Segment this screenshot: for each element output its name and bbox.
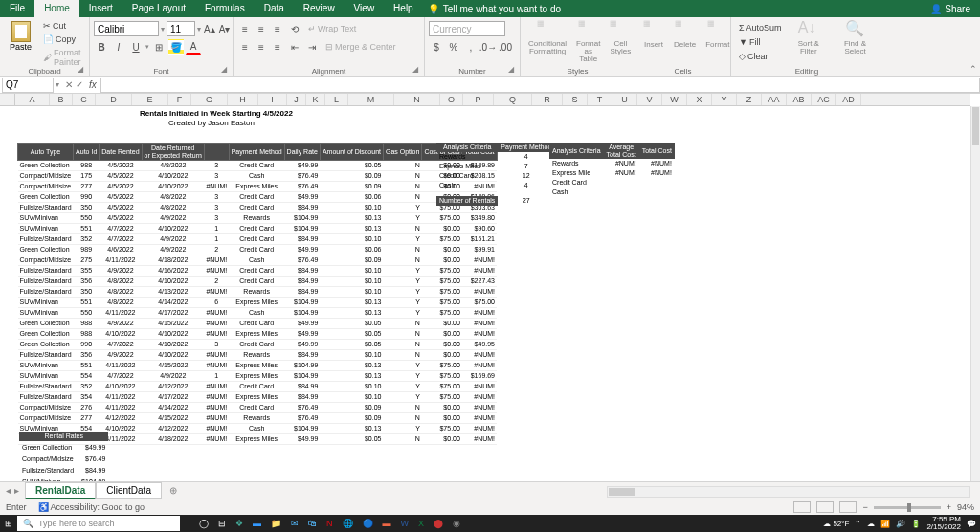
tab-data[interactable]: Data (255, 0, 294, 17)
zoom-slider[interactable] (874, 506, 941, 509)
edge-icon[interactable]: 🌐 (343, 519, 353, 528)
page-layout-view-button[interactable] (816, 501, 834, 513)
increase-indent-button[interactable]: ⇥ (304, 39, 320, 55)
enter-formula-button[interactable]: ✓ (76, 79, 83, 90)
decrease-font-button[interactable]: A▾ (218, 21, 232, 36)
volume-icon[interactable]: 🔊 (896, 520, 905, 528)
explorer-icon[interactable]: 📁 (271, 519, 281, 528)
align-top-button[interactable]: ≡ (237, 21, 253, 36)
align-middle-button[interactable]: ≡ (254, 21, 269, 36)
cortana-icon[interactable]: ⊟ (218, 519, 226, 528)
increase-font-button[interactable]: A▴ (203, 21, 216, 36)
formula-bar[interactable] (100, 78, 980, 93)
vertical-scrollbar[interactable] (970, 106, 980, 481)
horizontal-scrollbar[interactable] (607, 486, 970, 498)
clock[interactable]: 7:55 PM 2/15/2022 (926, 516, 961, 531)
find-select-button[interactable]: 🔍Find & Select (832, 19, 879, 65)
clear-button[interactable]: ◇Clear (735, 50, 786, 63)
worksheet[interactable]: ABCDEFGHIJKLMNOPQRSTUVWXYZAAABACAD Renta… (0, 94, 980, 481)
battery-icon[interactable]: 🔋 (911, 520, 921, 528)
normal-view-button[interactable] (793, 501, 811, 513)
tell-me[interactable]: 💡 Tell me what you want to do (428, 4, 561, 14)
format-cells-button[interactable]: ▦Format (702, 19, 733, 65)
sort-filter-button[interactable]: A↓Sort & Filter (788, 19, 830, 65)
autosum-button[interactable]: ΣAutoSum (735, 21, 786, 34)
select-all-corner[interactable] (0, 94, 15, 106)
hscroll-thumb[interactable] (609, 488, 635, 496)
word-icon[interactable]: W (401, 519, 410, 528)
align-center-button[interactable]: ≡ (254, 39, 269, 55)
alignment-launcher[interactable]: ◢ (412, 65, 422, 75)
tab-pagelayout[interactable]: Page Layout (122, 0, 195, 17)
office-icon[interactable]: ▬ (383, 519, 391, 528)
bold-button[interactable]: B (94, 39, 109, 55)
zoom-out-button[interactable]: − (862, 502, 867, 512)
excel-icon[interactable]: X (418, 519, 424, 528)
sheet-tab-rentaldata[interactable]: RentalData (25, 482, 96, 499)
weather-widget[interactable]: ☁ 52°F (823, 520, 849, 528)
currency-button[interactable]: $ (429, 39, 444, 55)
tab-file[interactable]: File (0, 0, 34, 17)
onedrive-icon[interactable]: ☁ (867, 520, 875, 528)
share-button[interactable]: 👤 Share (930, 4, 970, 14)
tab-formulas[interactable]: Formulas (195, 0, 255, 17)
delete-cells-button[interactable]: ▦Delete (670, 19, 700, 65)
add-sheet-button[interactable]: ⊕ (162, 485, 185, 496)
wrap-text-button[interactable]: ↵Wrap Text (304, 22, 360, 35)
app-icon-3[interactable]: ⬤ (434, 519, 443, 528)
font-launcher[interactable]: ◢ (221, 65, 231, 75)
zoom-level[interactable]: 94% (957, 502, 974, 512)
prev-sheet-button[interactable]: ◂ (6, 485, 11, 496)
mail-icon[interactable]: ✉ (291, 519, 299, 528)
increase-decimal-button[interactable]: .0→ (480, 39, 496, 55)
percent-button[interactable]: % (446, 39, 461, 55)
page-break-view-button[interactable] (839, 501, 857, 513)
font-size-select[interactable] (167, 21, 195, 36)
task-view-icon[interactable]: ◯ (199, 519, 209, 528)
decrease-decimal-button[interactable]: .00 (498, 39, 513, 55)
orientation-button[interactable]: ⟲ (287, 21, 302, 36)
sheet-tab-clientdata[interactable]: ClientData (96, 482, 162, 499)
column-headers[interactable]: ABCDEFGHIJKLMNOPQRSTUVWXYZAAABACAD (15, 94, 970, 106)
store-icon[interactable]: 🛍 (308, 519, 317, 528)
network-icon[interactable]: 📶 (880, 520, 890, 528)
app-icon-2[interactable]: ▬ (253, 519, 261, 528)
comma-button[interactable]: , (463, 39, 479, 55)
next-sheet-button[interactable]: ▸ (14, 485, 19, 496)
app-icon-4[interactable]: ◉ (453, 519, 460, 528)
decrease-indent-button[interactable]: ⇤ (287, 39, 302, 55)
app-icon-1[interactable]: ❖ (235, 519, 243, 528)
paste-button[interactable]: Paste (4, 19, 37, 65)
number-launcher[interactable]: ◢ (508, 65, 518, 75)
cancel-formula-button[interactable]: ✕ (65, 79, 73, 90)
font-name-select[interactable] (94, 21, 159, 36)
tray-chevron[interactable]: ⌃ (855, 520, 861, 528)
tab-view[interactable]: View (345, 0, 385, 17)
tab-insert[interactable]: Insert (79, 0, 122, 17)
taskbar-search[interactable]: 🔍 Type here to search (17, 516, 180, 531)
align-right-button[interactable]: ≡ (270, 39, 285, 55)
borders-button[interactable]: ⊞ (151, 39, 167, 55)
underline-button[interactable]: U (128, 39, 144, 55)
merge-center-button[interactable]: ⊟Merge & Center (322, 40, 400, 54)
notifications-icon[interactable]: 💬 (967, 520, 976, 528)
start-button[interactable]: ⊞ (0, 515, 17, 532)
accessibility-status[interactable]: ♿ Accessibility: Good to go (38, 502, 145, 512)
tab-help[interactable]: Help (384, 0, 423, 17)
name-box[interactable]: Q7 (2, 78, 54, 93)
copy-button[interactable]: 📄Copy (39, 33, 85, 46)
netflix-icon[interactable]: N (326, 519, 333, 528)
cell-styles-button[interactable]: ▦Cell Styles (606, 19, 635, 65)
italic-button[interactable]: I (111, 39, 126, 55)
insert-cells-button[interactable]: ▦Insert (639, 19, 668, 65)
zoom-in-button[interactable]: + (947, 502, 951, 512)
grid[interactable]: Rentals Initiated in Week Starting 4/5/2… (15, 106, 970, 481)
conditional-formatting-button[interactable]: ▦Conditional Formatting (524, 19, 570, 65)
font-color-button[interactable]: A (186, 39, 201, 55)
fx-icon[interactable]: fx (89, 79, 97, 90)
align-left-button[interactable]: ≡ (237, 39, 253, 55)
vscroll-thumb[interactable] (972, 107, 979, 145)
cut-button[interactable]: ✂Cut (39, 19, 85, 33)
fill-color-button[interactable]: 🪣 (168, 39, 184, 55)
fill-button[interactable]: ▼Fill (735, 35, 786, 49)
